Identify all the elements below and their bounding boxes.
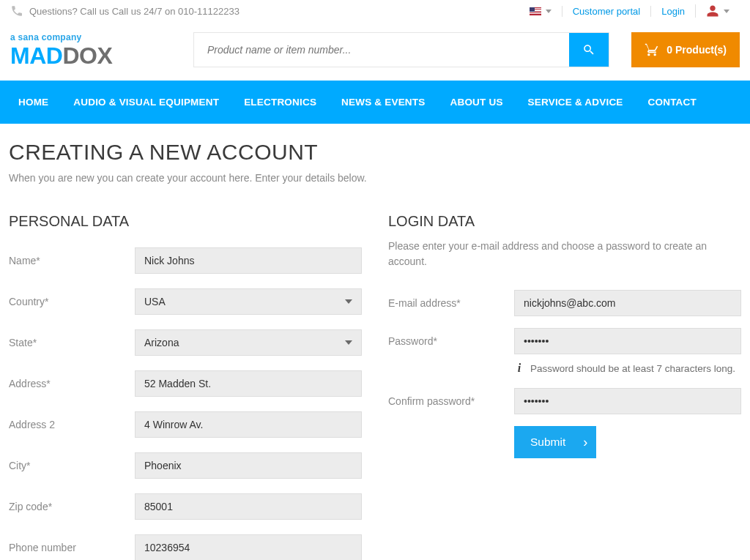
page-title: CREATING A NEW ACCOUNT bbox=[9, 140, 741, 165]
email-label: E-mail address* bbox=[388, 297, 514, 309]
personal-heading: PERSONAL DATA bbox=[9, 213, 362, 230]
address-input[interactable] bbox=[135, 370, 362, 397]
main-nav: HOME AUDIO & VISUAL EQUIPMENT ELECTRONIC… bbox=[0, 81, 750, 124]
phone-input[interactable] bbox=[135, 534, 362, 560]
topbar-left: Questions? Call us Call us 24/7 on 010-1… bbox=[10, 4, 240, 18]
address2-label: Address 2 bbox=[9, 419, 135, 430]
field-confirm-password: Confirm password* bbox=[388, 388, 741, 414]
user-icon bbox=[706, 4, 719, 18]
personal-data-column: PERSONAL DATA Name* Country* USA State* bbox=[9, 213, 362, 560]
email-input[interactable] bbox=[514, 290, 741, 316]
country-label: Country* bbox=[9, 296, 135, 307]
phone-icon bbox=[10, 4, 23, 18]
search-icon bbox=[582, 43, 595, 56]
caret-down-icon bbox=[546, 10, 552, 13]
field-email: E-mail address* bbox=[388, 290, 741, 316]
city-label: City* bbox=[9, 460, 135, 471]
logo[interactable]: MADDOX bbox=[10, 44, 171, 67]
submit-row: Submit › bbox=[514, 426, 741, 458]
nav-news-events[interactable]: NEWS & EVENTS bbox=[329, 81, 437, 124]
logo-left: MAD bbox=[10, 44, 62, 67]
country-selected-value: USA bbox=[144, 296, 166, 307]
cart-label: 0 Product(s) bbox=[667, 44, 727, 56]
password-hint: Password should be at least 7 characters… bbox=[530, 363, 735, 374]
city-input[interactable] bbox=[135, 452, 362, 479]
address-label: Address* bbox=[9, 378, 135, 389]
nav-service-advice[interactable]: SERVICE & ADVICE bbox=[516, 81, 636, 124]
field-country: Country* USA bbox=[9, 288, 362, 315]
header: a sana company MADDOX 0 Product(s) bbox=[0, 22, 750, 81]
confirm-password-input[interactable] bbox=[514, 388, 741, 414]
caret-down-icon bbox=[724, 10, 729, 13]
field-address2: Address 2 bbox=[9, 411, 362, 438]
state-select[interactable]: Arizona bbox=[135, 329, 362, 356]
page-container: CREATING A NEW ACCOUNT When you are new … bbox=[0, 124, 750, 560]
customer-portal-link-wrap: Customer portal bbox=[562, 6, 650, 17]
customer-portal-link[interactable]: Customer portal bbox=[573, 6, 640, 17]
zip-label: Zip code* bbox=[9, 501, 135, 512]
field-zip: Zip code* bbox=[9, 493, 362, 520]
nav-about-us[interactable]: ABOUT US bbox=[437, 81, 515, 124]
nav-audio-visual[interactable]: AUDIO & VISUAL EQUIPMENT bbox=[61, 81, 231, 124]
logo-block: a sana company MADDOX bbox=[10, 32, 171, 67]
login-data-column: LOGIN DATA Please enter your e-mail addr… bbox=[388, 213, 741, 560]
field-state: State* Arizona bbox=[9, 329, 362, 356]
country-select[interactable]: USA bbox=[135, 288, 362, 315]
chevron-right-icon: › bbox=[583, 435, 587, 450]
password-input[interactable] bbox=[514, 328, 741, 354]
topbar: Questions? Call us Call us 24/7 on 010-1… bbox=[0, 0, 750, 22]
state-selected-value: Arizona bbox=[144, 337, 179, 348]
nav-electronics[interactable]: ELECTRONICS bbox=[231, 81, 329, 124]
flag-us-icon bbox=[530, 7, 541, 15]
cart-button[interactable]: 0 Product(s) bbox=[631, 32, 740, 67]
cart-icon bbox=[645, 42, 659, 57]
user-menu[interactable] bbox=[695, 4, 740, 18]
name-input[interactable] bbox=[135, 247, 362, 274]
login-link-wrap: Login bbox=[650, 6, 695, 17]
name-label: Name* bbox=[9, 255, 135, 266]
nav-home[interactable]: HOME bbox=[6, 81, 61, 124]
field-name: Name* bbox=[9, 247, 362, 274]
topbar-right: Customer portal Login bbox=[519, 4, 740, 18]
state-label: State* bbox=[9, 337, 135, 348]
nav-contact[interactable]: CONTACT bbox=[636, 81, 709, 124]
language-selector[interactable] bbox=[519, 7, 562, 15]
search-wrap bbox=[193, 32, 609, 67]
logo-right: DOX bbox=[62, 44, 112, 67]
confirm-password-label: Confirm password* bbox=[388, 395, 514, 407]
submit-button[interactable]: Submit › bbox=[514, 426, 596, 458]
page-intro: When you are new you can create your acc… bbox=[9, 172, 741, 184]
submit-label: Submit bbox=[530, 436, 565, 449]
info-icon: i bbox=[514, 362, 524, 375]
password-hint-row: i Password should be at least 7 characte… bbox=[514, 362, 741, 375]
topbar-question-text: Questions? Call us Call us 24/7 on 010-1… bbox=[29, 6, 240, 17]
login-heading: LOGIN DATA bbox=[388, 213, 741, 230]
password-label: Password* bbox=[388, 335, 514, 347]
logo-tagline: a sana company bbox=[10, 32, 171, 42]
chevron-down-icon bbox=[345, 340, 352, 345]
chevron-down-icon bbox=[345, 299, 352, 304]
phone-label: Phone number bbox=[9, 542, 135, 553]
field-address: Address* bbox=[9, 370, 362, 397]
search-button[interactable] bbox=[569, 33, 609, 67]
field-phone: Phone number bbox=[9, 534, 362, 560]
field-password: Password* bbox=[388, 328, 741, 354]
form-columns: PERSONAL DATA Name* Country* USA State* bbox=[9, 213, 741, 560]
zip-input[interactable] bbox=[135, 493, 362, 520]
login-link[interactable]: Login bbox=[661, 6, 685, 17]
field-city: City* bbox=[9, 452, 362, 479]
login-description: Please enter your e-mail address and cho… bbox=[388, 239, 741, 269]
search-input[interactable] bbox=[194, 33, 569, 67]
address2-input[interactable] bbox=[135, 411, 362, 438]
